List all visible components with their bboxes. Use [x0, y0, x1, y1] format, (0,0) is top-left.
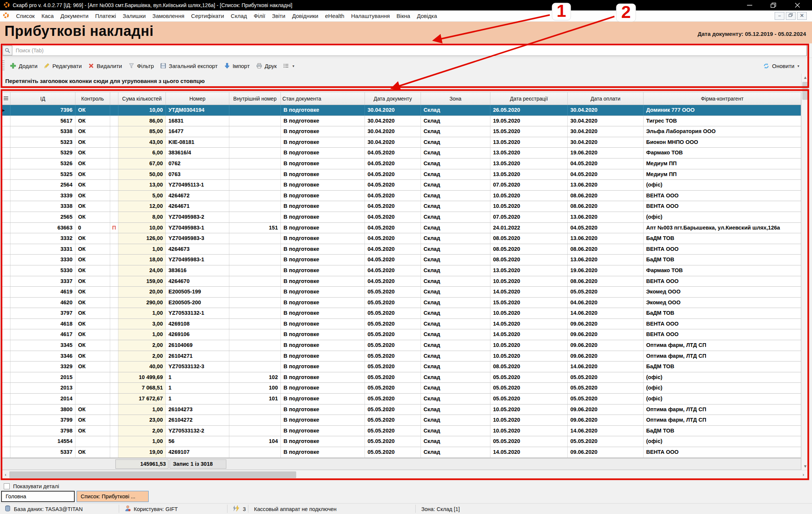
cell-zone[interactable]: Склад [421, 319, 490, 329]
cell-pay-date[interactable]: 19.06.2020 [568, 148, 644, 158]
column-header-reg-date[interactable]: Дата реєстрації [490, 92, 568, 105]
cell-control[interactable]: ОК [75, 137, 110, 148]
cell-control[interactable]: ОК [75, 298, 110, 308]
cell-pay-date[interactable]: 05.05.2020 [568, 394, 644, 404]
cell-firm[interactable]: ВЕНТА ООО [644, 319, 801, 329]
cell-number[interactable]: 1 [166, 394, 229, 404]
column-header-state[interactable]: Стан документа [281, 92, 365, 105]
cell-control[interactable]: ОК [75, 329, 110, 340]
cell-id[interactable]: 63663 [10, 223, 75, 233]
table-row[interactable]: ▸ 3799 ОК 23,00 26104272 В подготовке 05… [1, 415, 801, 426]
table-row[interactable]: ▸ 3330 ОК 18,00 YZ70495983-1 В подготовк… [1, 255, 801, 265]
cell-internal-number[interactable] [229, 255, 281, 265]
cell-state[interactable]: В подготовке [281, 233, 365, 244]
cell-qty-sum[interactable]: 10,00 [118, 105, 166, 116]
cell-zone[interactable]: Склад [421, 361, 490, 372]
cell-firm[interactable]: (офіс) [644, 180, 801, 190]
table-row[interactable]: ▸ 3339 ОК 5,00 4264672 В подготовке 04.0… [1, 191, 801, 201]
cell-flag[interactable] [110, 137, 118, 148]
table-row[interactable]: ▸ 2014 17 672,67 1 101 В подготовке 05.0… [1, 394, 801, 404]
cell-internal-number[interactable]: 102 [229, 372, 281, 383]
cell-reg-date[interactable]: 05.05.2020 [490, 372, 568, 383]
print-button[interactable]: Друк [253, 61, 280, 71]
cell-firm[interactable]: Оптима фарм, ЛТД СП [644, 415, 801, 425]
cell-internal-number[interactable] [229, 319, 281, 329]
cell-internal-number[interactable] [229, 426, 281, 436]
cell-firm[interactable]: БаДМ ТОВ [644, 308, 801, 318]
cell-internal-number[interactable] [229, 276, 281, 287]
cell-control[interactable]: ОК [75, 244, 110, 255]
cell-reg-date[interactable]: 08.05.2020 [490, 255, 568, 265]
cell-state[interactable]: В подготовке [281, 340, 365, 351]
cell-id[interactable]: 2564 [10, 180, 75, 190]
cell-zone[interactable]: Склад [421, 158, 490, 169]
table-row[interactable]: ▸ 3798 ОК 2,00 YZ70533132-2 В подготовке… [1, 426, 801, 437]
export-button[interactable]: Загальний експорт [157, 61, 221, 71]
cell-reg-date[interactable]: 13.05.2020 [490, 169, 568, 180]
cell-flag[interactable] [110, 233, 118, 244]
cell-state[interactable]: В подготовке [281, 116, 365, 126]
cell-doc-date[interactable]: 30.04.2020 [365, 126, 421, 137]
cell-state[interactable]: В подготовке [281, 126, 365, 137]
scroll-left-icon[interactable]: ‹ [2, 471, 9, 478]
cell-pay-date[interactable]: 05.05.2020 [568, 372, 644, 383]
cell-internal-number[interactable] [229, 148, 281, 158]
menu-item[interactable]: Залишки [120, 12, 149, 20]
table-row[interactable]: ▸ 63663 0 П 10,00 YZ70495983-1 151 В под… [1, 223, 801, 234]
cell-internal-number[interactable] [229, 158, 281, 169]
view-options-button[interactable]: ▾ [280, 61, 297, 71]
cell-zone[interactable]: Склад [421, 308, 490, 318]
cell-reg-date[interactable]: 15.05.2020 [490, 298, 568, 308]
cell-state[interactable]: В подготовке [281, 255, 365, 265]
cell-pay-date[interactable]: 08.06.2020 [568, 201, 644, 212]
filter-button[interactable]: Фільтр [125, 61, 157, 71]
vertical-scrollbar[interactable]: ▲ ▼ [801, 74, 809, 470]
cell-zone[interactable]: Склад [421, 148, 490, 158]
cell-reg-date[interactable]: 24.01.2022 [490, 223, 568, 233]
cell-internal-number[interactable] [229, 244, 281, 255]
cell-qty-sum[interactable]: 10 499,69 [118, 372, 166, 383]
cell-id[interactable]: 3332 [10, 233, 75, 244]
cell-number[interactable]: YZ70533132-3 [166, 361, 229, 372]
cell-control[interactable]: ОК [75, 126, 110, 137]
mdi-restore-icon[interactable] [786, 12, 796, 20]
cell-flag[interactable] [110, 415, 118, 425]
cell-control[interactable]: ОК [75, 148, 110, 158]
cell-id[interactable]: 5338 [10, 126, 75, 137]
cell-qty-sum[interactable]: 23,00 [118, 415, 166, 425]
cell-doc-date[interactable]: 05.05.2020 [365, 319, 421, 329]
column-header-qty-sum[interactable]: Сума кількостей [118, 92, 166, 105]
column-header-doc-date[interactable]: Дата документу [365, 92, 421, 105]
cell-doc-date[interactable]: 05.05.2020 [365, 383, 421, 393]
cell-reg-date[interactable]: 05.05.2020 [490, 383, 568, 393]
cell-firm[interactable]: (офіс) [644, 436, 801, 447]
cell-doc-date[interactable]: 05.05.2020 [365, 447, 421, 458]
cell-zone[interactable]: Склад [421, 169, 490, 180]
cell-internal-number[interactable] [229, 233, 281, 244]
cell-doc-date[interactable]: 05.05.2020 [365, 308, 421, 318]
table-row[interactable]: ▸ 4617 ОК 1,00 4269106 В подготовке 05.0… [1, 329, 801, 340]
cell-pay-date[interactable]: 14.06.2020 [568, 426, 644, 436]
cell-reg-date[interactable]: 07.05.2020 [490, 212, 568, 222]
tab-list-active[interactable]: Список: Прибуткові ... [77, 491, 149, 502]
cell-internal-number[interactable] [229, 329, 281, 340]
column-header-flag[interactable] [110, 92, 118, 105]
cell-internal-number[interactable] [229, 126, 281, 137]
cell-reg-date[interactable]: 10.05.2020 [490, 308, 568, 318]
cell-number[interactable]: 4264670 [166, 276, 229, 287]
maximize-icon[interactable] [770, 3, 777, 8]
cell-internal-number[interactable] [229, 169, 281, 180]
column-header-control[interactable]: Контроль [75, 92, 110, 105]
cell-flag[interactable] [110, 158, 118, 169]
table-row[interactable]: ▸ 5330 ОК 24,00 383616 В подготовке 04.0… [1, 265, 801, 276]
cell-doc-date[interactable]: 05.05.2020 [365, 361, 421, 372]
cell-id[interactable]: 5325 [10, 169, 75, 180]
scroll-right-icon[interactable]: › [800, 471, 807, 478]
table-row[interactable]: ▸ 7396 ОК 10,00 УТДМ0304194 В подготовке… [1, 105, 801, 116]
column-header-id[interactable]: ІД [10, 92, 75, 105]
cell-qty-sum[interactable]: 1,00 [118, 436, 166, 447]
cell-id[interactable]: 5329 [10, 148, 75, 158]
cell-firm[interactable]: ВЕНТА ООО [644, 276, 801, 287]
cell-reg-date[interactable]: 14.05.2020 [490, 319, 568, 329]
cell-zone[interactable]: Склад [421, 426, 490, 436]
